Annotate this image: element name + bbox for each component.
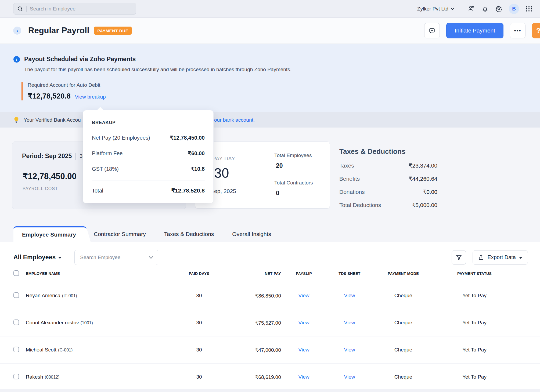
tab-overall-insights[interactable]: Overall Insights — [223, 226, 280, 242]
tds-view-link[interactable]: View — [344, 347, 355, 353]
table-row: Reyan America(IT-001) 30 ₹86,850.00 View… — [0, 282, 540, 309]
row-checkbox[interactable] — [13, 292, 19, 298]
referrals-button[interactable] — [467, 5, 475, 13]
employee-scope-label: All Employees — [13, 254, 56, 261]
banner-title: Payout Scheduled via Zoho Payments — [24, 56, 136, 63]
employee-name: Rakesh — [26, 374, 43, 380]
apps-grid-button[interactable] — [525, 5, 532, 12]
card-divider — [256, 149, 256, 201]
tax-row-value: ₹44,260.64 — [409, 176, 437, 182]
tax-row-label: Benefits — [339, 176, 360, 182]
payroll-cost-caption: PAYROLL COST — [23, 186, 58, 191]
tab-label: Employee Summary — [22, 231, 76, 238]
period-days-fragment: 3 — [80, 153, 82, 159]
payment-mode: Cheque — [372, 293, 434, 299]
payroll-cost-amount: ₹12,78,450.00 — [23, 171, 77, 181]
filter-button[interactable] — [452, 250, 466, 265]
avatar[interactable]: B — [509, 4, 519, 14]
col-payment-mode: PAYMENT MODE — [372, 271, 434, 276]
payment-mode: Cheque — [372, 320, 434, 326]
tax-row-value: ₹23,374.00 — [409, 162, 437, 169]
notifications-button[interactable] — [481, 5, 489, 12]
caret-down-icon — [58, 257, 62, 259]
payslip-view-link[interactable]: View — [298, 320, 309, 325]
more-actions-button[interactable]: ••• — [510, 23, 525, 38]
employee-name: Count Alexander rostov — [26, 320, 79, 325]
chevron-down-icon — [149, 256, 153, 259]
payment-status: Yet To Pay — [434, 347, 515, 353]
tab-taxes-deductions[interactable]: Taxes & Deductions — [155, 226, 223, 242]
employee-scope-dropdown[interactable]: All Employees — [13, 254, 62, 261]
gear-icon — [495, 5, 502, 12]
tab-contractor-summary[interactable]: Contractor Summary — [85, 226, 155, 242]
net-pay: ₹68,619.00 — [222, 374, 281, 380]
tds-view-link[interactable]: View — [344, 374, 355, 380]
initiate-payment-button[interactable]: Initiate Payment — [446, 23, 503, 38]
row-checkbox[interactable] — [13, 320, 19, 325]
select-all-checkbox[interactable] — [13, 270, 19, 276]
bank-account-link[interactable]: our bank account. — [214, 117, 255, 123]
total-contractors-value: 0 — [276, 190, 279, 197]
export-data-button[interactable]: Export Data — [473, 250, 528, 265]
total-employees-value: 20 — [276, 162, 283, 169]
total-contractors-label: Total Contractors — [274, 180, 313, 186]
tax-row-value: ₹5,000.00 — [412, 202, 437, 208]
net-pay: ₹86,850.00 — [222, 293, 281, 299]
table-row: Rakesh(00012) 30 ₹68,619.00 View View Ch… — [0, 364, 540, 391]
summary-tabs: Employee Summary Contractor Summary Taxe… — [13, 226, 540, 242]
help-button[interactable]: ? — [532, 23, 540, 38]
comment-icon — [429, 27, 435, 34]
col-net-pay: NET PAY — [222, 271, 281, 276]
pay-day-date: Sep, 2025 — [210, 188, 236, 194]
period-label: Period: Sep 2025 — [22, 153, 72, 160]
employee-id: (IT-001) — [62, 293, 77, 298]
breakup-row-label: Platform Fee — [92, 150, 123, 157]
search-icon — [17, 6, 23, 12]
tab-label: Taxes & Deductions — [164, 231, 214, 237]
employee-search-select[interactable]: Search Employee — [74, 250, 158, 265]
pay-day-label: PAY DAY — [213, 156, 235, 162]
tab-employee-summary[interactable]: Employee Summary — [13, 226, 85, 242]
view-breakup-link[interactable]: View breakup — [75, 94, 106, 100]
tds-view-link[interactable]: View — [344, 320, 355, 325]
required-account-block: Required Account for Auto Debit ₹12,78,5… — [21, 82, 540, 100]
payslip-view-link[interactable]: View — [298, 347, 309, 353]
row-checkbox[interactable] — [13, 347, 19, 352]
tax-row-label: Donations — [339, 189, 365, 195]
paid-days: 30 — [176, 347, 222, 353]
apps-grid-icon — [525, 5, 532, 12]
pay-day-card: PAY DAY 30 Sep, 2025 Total Employees 20 … — [195, 141, 330, 209]
org-switcher[interactable]: Zylker Pvt Ltd — [417, 6, 454, 12]
comments-button[interactable] — [424, 23, 440, 38]
row-checkbox[interactable] — [13, 374, 19, 379]
breakup-title: BREAKUP — [92, 120, 205, 125]
payment-status: Yet To Pay — [434, 320, 515, 326]
tax-row-label: Taxes — [339, 162, 354, 169]
net-pay: ₹75,527.00 — [222, 320, 281, 326]
caret-down-icon — [519, 257, 522, 259]
employee-id: (00012) — [45, 375, 59, 379]
payment-mode: Cheque — [372, 347, 434, 353]
settings-button[interactable] — [495, 5, 502, 12]
payslip-view-link[interactable]: View — [298, 293, 309, 298]
breakup-row-value: ₹60.00 — [188, 150, 205, 157]
col-payslip: PAYSLIP — [281, 271, 327, 276]
breakup-total-value: ₹12,78,520.8 — [171, 187, 205, 194]
employee-name: Micheal Scott — [26, 347, 56, 353]
tds-view-link[interactable]: View — [344, 293, 355, 298]
employee-id: (C-001) — [58, 348, 73, 352]
payment-status: Yet To Pay — [434, 293, 515, 299]
col-employee-name: EMPLOYEE NAME — [26, 271, 176, 276]
global-search[interactable] — [13, 3, 136, 15]
payslip-view-link[interactable]: View — [298, 374, 309, 380]
tax-row-value: ₹0.00 — [423, 189, 437, 195]
verified-bank-strip: Your Verified Bank Accou our bank accoun… — [0, 112, 540, 128]
employee-summary-section: All Employees Search Employee Export Dat… — [0, 242, 540, 392]
page-title: Regular Payroll — [28, 26, 89, 35]
table-row: Count Alexander rostov(1001) 30 ₹75,527.… — [0, 309, 540, 336]
back-button[interactable]: ‹ — [13, 27, 21, 35]
required-account-label: Required Account for Auto Debit — [28, 82, 540, 88]
search-input[interactable] — [30, 6, 132, 12]
paid-days: 30 — [176, 320, 222, 326]
search-divider — [26, 6, 27, 12]
